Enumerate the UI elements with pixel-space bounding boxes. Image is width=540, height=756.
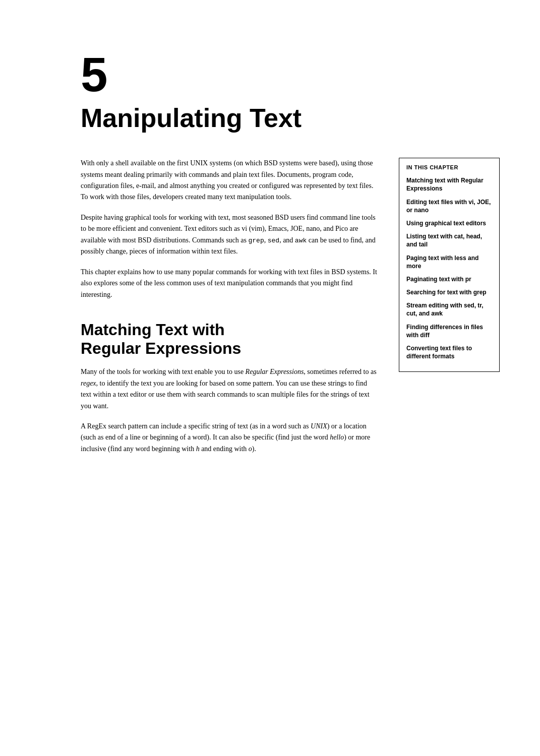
toc-item-2: Using graphical text editors (406, 219, 492, 227)
toc-item-3: Listing text with cat, head, and tail (406, 232, 492, 248)
code-grep: grep (249, 237, 264, 244)
toc-item-5: Paginating text with pr (406, 275, 492, 283)
chapter-number: 5 (81, 50, 500, 99)
left-column: With only a shell available on the first… (81, 158, 379, 464)
intro-para-3: This chapter explains how to use many po… (81, 267, 379, 300)
sidebar: IN THIS CHAPTER Matching text with Regul… (399, 158, 500, 372)
chapter-title: Manipulating Text (81, 104, 500, 133)
toc-item-6: Searching for text with grep (406, 288, 492, 296)
section1-para-2: A RegEx search pattern can include a spe… (81, 421, 379, 455)
intro-para-2: Despite having graphical tools for worki… (81, 212, 379, 258)
code-awk: awk (295, 237, 307, 244)
intro-para-1: With only a shell available on the first… (81, 158, 379, 203)
section1-heading: Matching Text withRegular Expressions (81, 321, 379, 358)
toc-item-9: Converting text files to different forma… (406, 344, 492, 360)
code-sed: sed (268, 237, 279, 244)
section1-para-1: Many of the tools for working with text … (81, 366, 379, 412)
toc-item-1: Editing text files with vi, JOE, or nano (406, 198, 492, 214)
toc-item-4: Paging text with less and more (406, 254, 492, 270)
toc-item-8: Finding differences in files with diff (406, 323, 492, 339)
toc-item-7: Stream editing with sed, tr, cut, and aw… (406, 301, 492, 318)
in-this-chapter-title: IN THIS CHAPTER (406, 164, 492, 170)
toc-item-0: Matching text with Regular Expressions (406, 176, 492, 193)
in-this-chapter-box: IN THIS CHAPTER Matching text with Regul… (399, 158, 500, 372)
